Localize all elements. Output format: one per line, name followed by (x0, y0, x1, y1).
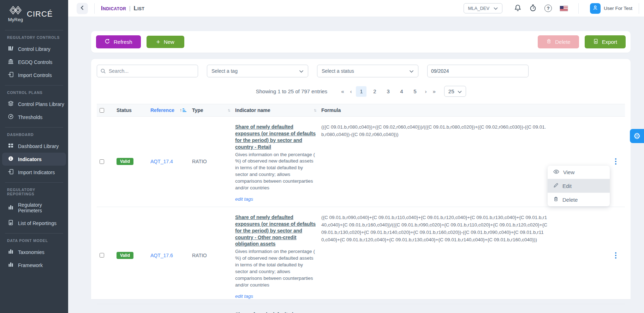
divider (578, 3, 579, 14)
notifications-button[interactable] (514, 4, 521, 13)
reference-link[interactable]: AQT_17.6 (150, 253, 173, 258)
environment-value: MLA_DEV (468, 6, 490, 11)
sidebar-item-list-of-reportings[interactable]: List of Reportings (0, 217, 68, 230)
divider (5, 85, 63, 85)
user-name: User For Test (604, 6, 632, 11)
indicator-name-link[interactable]: Share of newly defaulted exposures (or i… (235, 124, 316, 150)
delete-button[interactable]: Delete (538, 35, 579, 48)
user-menu[interactable]: User For Test (590, 3, 632, 14)
page-size-value: 25 (448, 88, 454, 94)
edit-tags-link[interactable]: edit tags (235, 294, 253, 299)
sidebar-item-control-library[interactable]: Control Library (0, 42, 68, 55)
last-page-button[interactable]: » (429, 86, 438, 96)
sidebar-item-dashboard-library[interactable]: Dashboard Library (0, 140, 68, 153)
column-header-type[interactable]: Type ↑↓ (189, 104, 232, 116)
status-badge: Valid (117, 158, 133, 165)
period-input[interactable] (427, 65, 529, 77)
bell-icon (514, 4, 521, 13)
reference-link[interactable]: AQT_17.4 (150, 159, 173, 164)
type-value: RATIO (189, 306, 232, 313)
chevron-left-icon (80, 5, 85, 12)
sidebar-item-label: Import Indicators (18, 170, 55, 175)
page-button-3[interactable]: 3 (383, 86, 393, 97)
settings-fab-button[interactable]: ⚙ (630, 129, 644, 143)
indicator-name-link[interactable]: Share of newly defaulted exposures (or i… (235, 311, 316, 313)
row-context-menu: View Edit Delete (548, 166, 610, 206)
row-actions-menu-button[interactable] (613, 156, 619, 167)
sidebar-item-label: Import Controls (18, 72, 52, 78)
row-checkbox[interactable] (100, 159, 104, 164)
breadcrumb-divider: | (129, 5, 131, 12)
page-size-select[interactable]: 25 (444, 86, 466, 97)
sidebar-item-label: Taxonomies (18, 249, 44, 255)
file-lines-icon (8, 220, 14, 226)
column-header-indicator-name[interactable]: Indicator name ↑↓ (232, 104, 318, 116)
question-circle-icon: ? (544, 5, 552, 12)
export-label: Export (602, 39, 617, 45)
page-button-4[interactable]: 4 (396, 86, 407, 97)
new-button[interactable]: + New (147, 36, 184, 48)
page-button-5[interactable]: 5 (410, 86, 420, 97)
sidebar-section-regulatory-controls: REGULATORY CONTROLS (7, 35, 61, 40)
sidebar-item-indicators[interactable]: Indicators (2, 153, 66, 166)
sidebar-item-label: List of Reportings (18, 220, 56, 226)
select-all-checkbox[interactable] (100, 108, 104, 113)
trash-icon (553, 196, 559, 203)
sidebar-item-label: Dashboard Library (18, 143, 59, 149)
environment-select[interactable]: MLA_DEV (464, 3, 503, 13)
row-checkbox[interactable] (100, 253, 104, 258)
formula-text: (({C 09.01.b,r150,c040})+({C 09.02,r140,… (321, 311, 547, 313)
sidebar-item-label: Indicators (18, 156, 42, 162)
us-flag-icon[interactable] (560, 6, 568, 11)
page-button-1[interactable]: 1 (356, 86, 366, 97)
indicators-table: Status Reference ↑ Type ↑↓ Indicator nam… (97, 104, 625, 313)
back-button[interactable] (77, 3, 88, 14)
help-button[interactable]: ? (544, 5, 552, 12)
sort-icon: ↑↓ (314, 108, 316, 113)
status-select[interactable]: Select a status (317, 65, 418, 77)
search-input[interactable] (97, 65, 198, 77)
context-menu-edit[interactable]: Edit (548, 179, 610, 193)
type-value: RATIO (189, 209, 232, 302)
column-header-status[interactable]: Status (114, 104, 148, 116)
sidebar-item-regulatory-perimeters[interactable]: Regulatory Perimeters (0, 199, 68, 217)
pagination: Showing 1 to 25 of 797 entries « ‹ 1 2 3… (97, 86, 625, 97)
indicator-name-link[interactable]: Share of newly defaulted exposures (or i… (235, 214, 316, 247)
column-header-reference[interactable]: Reference ↑ (148, 104, 189, 116)
next-page-button[interactable]: › (422, 86, 429, 96)
refresh-button[interactable]: Refresh (96, 35, 141, 48)
sidebar-item-egdq-controls[interactable]: EGDQ Controls (0, 55, 68, 69)
sidebar: MyReg CIRCÉ REGULATORY CONTROLS Control … (0, 0, 68, 313)
context-menu-delete[interactable]: Delete (548, 193, 610, 206)
bank-icon (8, 59, 14, 65)
sidebar-item-import-indicators[interactable]: Import Indicators (0, 166, 68, 179)
sidebar-item-framework[interactable]: Framework (0, 259, 68, 272)
breadcrumb: Indicator | List (101, 5, 144, 12)
prev-page-button[interactable]: ‹ (347, 86, 354, 96)
table-header-row: Status Reference ↑ Type ↑↓ Indicator nam… (97, 104, 625, 117)
file-import-icon (8, 169, 14, 176)
export-button[interactable]: Export (585, 35, 626, 48)
sidebar-item-control-plans-library[interactable]: Control Plans Library (0, 98, 68, 111)
tag-select[interactable]: Select a tag (207, 65, 308, 77)
row-actions-menu-button[interactable] (613, 250, 619, 261)
breadcrumb-section: Indicator (101, 5, 126, 12)
sidebar-item-taxonomies[interactable]: Taxonomies (0, 246, 68, 259)
page-button-2[interactable]: 2 (369, 86, 380, 97)
divider (5, 30, 63, 30)
status-badge: Valid (117, 252, 133, 259)
sidebar-item-label: Thresholds (18, 114, 42, 120)
sidebar-item-thresholds[interactable]: Thresholds (0, 111, 68, 124)
refresh-label: Refresh (114, 39, 132, 45)
table-row: Valid AQT_17.4 RATIO Share of newly defa… (97, 117, 625, 207)
filters-row: Select a tag Select a status (97, 65, 625, 77)
context-menu-view[interactable]: View (548, 166, 610, 179)
table-row: Valid AQT_17.6 RATIO Share of newly defa… (97, 207, 625, 304)
timer-button[interactable] (529, 4, 537, 13)
sidebar-item-import-controls[interactable]: Import Controls (0, 69, 68, 82)
edit-tags-link[interactable]: edit tags (235, 196, 253, 202)
type-value: RATIO (189, 119, 232, 205)
first-page-button[interactable]: « (338, 86, 347, 96)
app-logo[interactable]: MyReg CIRCÉ (0, 0, 68, 26)
eye-icon (553, 169, 559, 175)
